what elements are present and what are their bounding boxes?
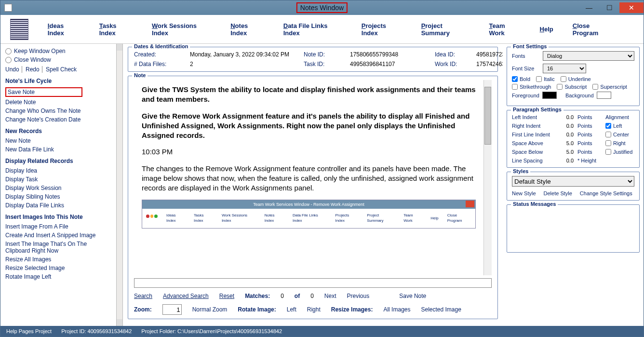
nav-work-sessions-index[interactable]: Work Sessions Index [152,22,211,37]
status-messages-legend: Status Messages [511,201,558,207]
rotate-image-left-link[interactable]: Rotate Image Left [5,273,111,280]
change-date-link[interactable]: Change Note's Creation Date [5,116,111,123]
superscript-checkbox[interactable]: Superscript [592,84,627,90]
next-link[interactable]: Next [324,293,336,299]
background-swatch[interactable] [597,92,611,99]
created-label: Created: [134,51,182,58]
nav-data-file-links-index[interactable]: Data File Links Index [283,22,342,37]
align-left-checkbox[interactable]: Left [605,123,644,129]
underline-checkbox[interactable]: Underline [561,76,591,82]
reset-link[interactable]: Reset [219,293,234,299]
rotate-left-link[interactable]: Left [287,306,296,313]
delete-note-link[interactable]: Delete Note [5,99,111,106]
splitter-handle[interactable] [116,44,123,326]
fonts-label: Fonts [512,53,540,59]
ideaid-value: 49581972394756 [476,51,503,58]
para-legend: Paragraph Settings [511,107,564,112]
styles-fieldset: Styles Default Style New Style Delete St… [507,172,640,201]
strikethrough-checkbox[interactable]: Strikethrough [512,84,551,90]
new-data-file-link[interactable]: New Data File Link [5,146,111,153]
display-sibling-notes-link[interactable]: Display Sibling Notes [5,193,111,200]
subscript-checkbox[interactable]: Subscript [557,84,587,90]
close-button[interactable]: ✕ [619,2,644,13]
spellcheck-link[interactable]: Spell Check [46,66,79,73]
note-scrollbar[interactable] [483,80,492,275]
search-link[interactable]: Search [134,293,152,299]
selected-image-link[interactable]: Selected Image [421,306,461,313]
styles-select[interactable]: Default Style [512,176,634,187]
align-right-checkbox[interactable]: Right [605,140,644,146]
note-timestamp: 10:03 PM [142,147,476,157]
nav-projects-index[interactable]: Projects Index [362,22,402,37]
undo-link[interactable]: Undo [5,66,22,73]
nav-ideas-index[interactable]: Ideas Index [48,22,80,37]
embedded-close-icon [466,201,474,207]
of-value: 0 [310,293,314,299]
note-paragraph-3: The changes to the Remove Work Assignmen… [142,164,476,193]
note-fieldset: Note Give the TWS System the ability to … [128,76,498,319]
font-settings-fieldset: Font Settings FontsDialog Font Size16 Bo… [507,47,640,106]
change-style-link[interactable]: Change Style Settings [580,190,632,196]
maximize-button[interactable]: ☐ [599,2,619,13]
taskid-label: Task ID: [304,61,342,67]
new-note-link[interactable]: New Note [5,137,111,144]
align-center-checkbox[interactable]: Center [605,132,644,137]
matches-value: 0 [281,293,284,299]
nav-close-program[interactable]: Close Program [573,22,615,37]
workid-value: 175742463794975 [476,61,503,67]
nav-notes-index[interactable]: Notes Index [230,22,264,37]
previous-link[interactable]: Previous [347,293,370,299]
redo-link[interactable]: Redo [26,66,42,73]
minimize-button[interactable]: — [579,2,599,13]
fonts-select[interactable]: Dialog [543,51,634,61]
font-legend: Font Settings [511,44,549,49]
insert-snipped-image-link[interactable]: Create And Insert A Snipped Image [5,232,111,239]
noteid-label: Note ID: [304,51,342,58]
matches-label: Matches: [245,293,270,299]
display-data-file-links-link[interactable]: Display Data File Links [5,202,111,209]
noteid-value: 175806655799348 [350,51,427,58]
resize-all-images-link[interactable]: Resize All Images [5,256,111,263]
note-search-input[interactable] [134,278,492,288]
rotate-right-link[interactable]: Right [307,306,321,313]
align-justified-checkbox[interactable]: Justified [605,149,644,155]
rotate-image-label: Rotate Image: [238,306,276,313]
workid-label: Work ID: [435,61,469,67]
italic-checkbox[interactable]: Italic [536,76,555,82]
dates-legend: Dates & Identification [132,44,190,49]
save-note-link[interactable]: Save Note [5,87,82,97]
new-style-link[interactable]: New Style [512,190,536,196]
normal-zoom-link[interactable]: Normal Zoom [192,306,228,313]
resize-selected-image-link[interactable]: Resize Selected Image [5,265,111,271]
close-window-radio[interactable]: Close Window [5,56,111,63]
save-note-link-bottom[interactable]: Save Note [399,293,426,299]
nav-help[interactable]: Help [540,26,553,33]
status-project-folder: Project Folder: C:\Users\Darren\Projects… [141,328,282,334]
dates-identification-fieldset: Dates & Identification Created: Monday, … [128,47,498,72]
all-images-link[interactable]: All Images [383,306,410,313]
nav-team-work[interactable]: Team Work [489,22,521,37]
keep-window-open-radio[interactable]: Keep Window Open [5,48,111,54]
nav-project-summary[interactable]: Project Summary [421,22,470,37]
delete-style-link[interactable]: Delete Style [544,190,572,196]
change-owner-link[interactable]: Change Who Owns The Note [5,108,111,114]
center-panel: Dates & Identification Created: Monday, … [123,44,503,326]
resize-images-label: Resize Images: [331,306,373,313]
note-editor[interactable]: Give the TWS System the ability to locat… [134,80,483,275]
section-lifecycle: Note's Life Cycle [5,78,111,84]
fontsize-select[interactable]: 16 [543,64,586,73]
display-idea-link[interactable]: Display Idea [5,167,111,174]
display-task-link[interactable]: Display Task [5,176,111,183]
nav-tasks-index[interactable]: Tasks Index [99,22,133,37]
fontsize-label: Font Size [512,66,540,71]
titlebar: Notes Window — ☐ ✕ [0,0,644,15]
status-help-project[interactable]: Help Pages Project [6,328,52,334]
display-work-session-link[interactable]: Display Work Session [5,185,111,191]
embedded-logo-icon [146,215,158,222]
advanced-search-link[interactable]: Advanced Search [163,293,209,299]
insert-clipboard-image-link[interactable]: Insert The Image That's On The Clipboard… [5,241,111,254]
zoom-input[interactable] [162,304,182,315]
foreground-swatch[interactable] [542,92,557,99]
bold-checkbox[interactable]: Bold [512,76,530,82]
insert-image-from-file-link[interactable]: Insert Image From A File [5,223,111,230]
